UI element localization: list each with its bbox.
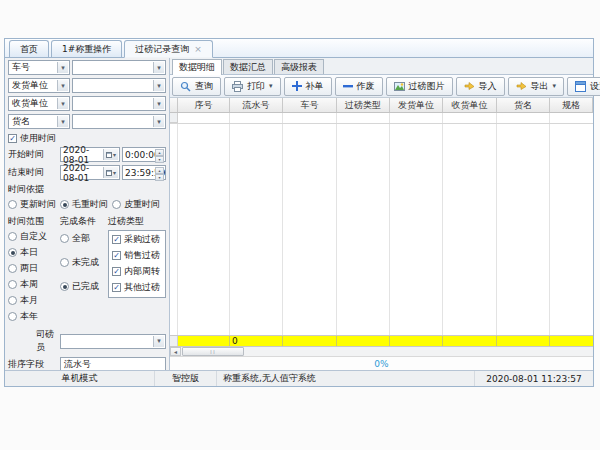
sender-value-combo[interactable]: [72, 78, 166, 93]
col-车号[interactable]: 车号: [283, 98, 337, 112]
weigh-type-box: 采购过磅 销售过磅 内部周转 其他过磅: [108, 230, 166, 298]
finish-condition-title: 完成条件: [60, 215, 108, 228]
radio-custom[interactable]: 自定义: [8, 230, 60, 243]
sort-field-input[interactable]: 流水号: [60, 357, 166, 370]
checkbox-internal-transfer[interactable]: 内部周转: [112, 265, 162, 278]
start-date-value: 2020-08-01: [63, 145, 101, 165]
radio-unfinished[interactable]: 未完成: [60, 256, 108, 269]
chevron-down-icon: ▾: [553, 82, 557, 90]
end-date-picker[interactable]: 2020-08-01 ▾: [60, 165, 120, 180]
operator-label: 司磅员: [8, 328, 58, 354]
subtab-data-summary[interactable]: 数据汇总: [223, 59, 273, 74]
weigh-photo-button[interactable]: 过磅图片: [386, 77, 453, 96]
radio-all[interactable]: 全部: [60, 232, 108, 245]
checkbox-icon: [112, 235, 121, 244]
sort-field-label: 排序字段: [8, 358, 60, 370]
status-system-name: 称重系统,无人值守系统: [217, 371, 475, 386]
col-规格[interactable]: 规格: [550, 98, 593, 112]
subtab-advanced-report[interactable]: 高级报表: [274, 59, 324, 74]
radio-today[interactable]: 本日: [8, 246, 60, 259]
settings-icon: [575, 81, 586, 92]
field-selector-receiver[interactable]: 收货单位: [8, 96, 70, 111]
tab-home[interactable]: 首页: [9, 40, 49, 57]
start-date-picker[interactable]: 2020-08-01 ▾: [60, 147, 120, 162]
use-time-checkbox[interactable]: [8, 134, 17, 143]
scroll-left-icon[interactable]: ◂: [170, 347, 181, 356]
data-panel: 数据明细 数据汇总 高级报表 查询 打印 ▾ 补单: [170, 58, 593, 370]
calendar-icon[interactable]: ▾: [103, 149, 118, 160]
checkbox-purchase-weigh[interactable]: 采购过磅: [112, 233, 162, 246]
table-header: 序号 流水号 车号 过磅类型 发货单位 收货单位 货名 规格: [170, 98, 593, 113]
data-subtab-bar: 数据明细 数据汇总 高级报表: [170, 58, 593, 75]
field-selector-carno[interactable]: 车号: [8, 60, 70, 75]
col-货名[interactable]: 货名: [497, 98, 550, 112]
import-button[interactable]: 导入: [456, 77, 505, 96]
col-过磅类型[interactable]: 过磅类型: [337, 98, 390, 112]
end-time-spinner[interactable]: 23:59:59 ▴▾: [122, 165, 166, 180]
import-icon: [464, 81, 475, 92]
spinner-arrows-icon[interactable]: ▴▾: [155, 167, 164, 178]
supplement-order-button[interactable]: 补单: [284, 77, 332, 96]
receiver-value-combo[interactable]: [72, 96, 166, 111]
goods-value-combo[interactable]: [72, 114, 166, 129]
radio-finished[interactable]: 已完成: [60, 280, 108, 293]
progress-bar: 0%: [170, 357, 593, 370]
void-button[interactable]: 作废: [335, 77, 383, 96]
radio-tare-time[interactable]: 皮重时间: [112, 198, 160, 211]
row-indicator-cell: [170, 113, 178, 123]
toolbar: 查询 打印 ▾ 补单 作废 过磅图片: [170, 75, 593, 98]
radio-this-month[interactable]: 本月: [8, 294, 60, 307]
spinner-arrows-icon[interactable]: ▴▾: [155, 149, 164, 160]
checkbox-sale-weigh[interactable]: 销售过磅: [112, 249, 162, 262]
settings-button[interactable]: 设置: [567, 77, 600, 96]
print-button[interactable]: 打印 ▾: [224, 77, 281, 96]
col-序号[interactable]: 序号: [178, 98, 230, 112]
checkbox-icon: [112, 283, 121, 292]
radio-this-year[interactable]: 本年: [8, 310, 60, 323]
radio-two-days[interactable]: 两日: [8, 262, 60, 275]
export-button[interactable]: 导出 ▾: [508, 77, 565, 96]
filter-panel: 车号 发货单位 收货单位 货名 使用时间 开始时间 2020-08-01 ▾ 0…: [5, 58, 170, 370]
operator-combo[interactable]: [60, 334, 166, 349]
status-edition: 智控版: [155, 371, 217, 386]
col-收货单位[interactable]: 收货单位: [443, 98, 497, 112]
subtab-data-detail[interactable]: 数据明细: [172, 59, 222, 75]
status-datetime: 2020-08-01 11:23:57: [475, 371, 593, 386]
radio-update-time[interactable]: 更新时间: [8, 198, 56, 211]
status-bar: 单机模式 智控版 称重系统,无人值守系统 2020-08-01 11:23:57: [5, 370, 593, 386]
field-selector-goods[interactable]: 货名: [8, 114, 70, 129]
table-body[interactable]: [170, 113, 593, 335]
calendar-icon[interactable]: ▾: [103, 167, 118, 178]
picture-icon: [394, 81, 405, 92]
search-icon: [180, 81, 191, 92]
radio-this-week[interactable]: 本周: [8, 278, 60, 291]
use-time-label: 使用时间: [20, 132, 56, 145]
weigh-type-group: 过磅类型 采购过磅 销售过磅 内部周转 其他过磅: [108, 213, 166, 326]
main-tab-bar: 首页 1#称重操作 过磅记录查询 ×: [5, 39, 593, 58]
close-icon[interactable]: ×: [194, 42, 202, 57]
summary-count: 0: [230, 336, 283, 346]
col-流水号[interactable]: 流水号: [230, 98, 283, 112]
finish-condition-group: 完成条件 全部 未完成 已完成: [60, 213, 108, 326]
scrollbar-thumb[interactable]: ⁞⁞: [182, 347, 244, 356]
col-发货单位[interactable]: 发货单位: [390, 98, 443, 112]
tab-label: 首页: [20, 42, 38, 57]
radio-icon: [112, 200, 121, 209]
time-basis-title: 时间依据: [8, 183, 166, 196]
query-button[interactable]: 查询: [172, 77, 221, 96]
horizontal-scrollbar[interactable]: ◂ ⁞⁞: [170, 347, 593, 357]
carno-value-combo[interactable]: [72, 60, 166, 75]
chevron-down-icon: ▾: [269, 82, 273, 90]
checkbox-other-weigh[interactable]: 其他过磅: [112, 281, 162, 294]
field-selector-sender[interactable]: 发货单位: [8, 78, 70, 93]
start-time-spinner[interactable]: 0:00:00 ▴▾: [122, 147, 166, 162]
app-window: 首页 1#称重操作 过磅记录查询 × 车号 发货单位 收货单位 货名 使用时间 …: [4, 38, 594, 387]
plus-icon: [292, 81, 302, 91]
time-range-title: 时间范围: [8, 215, 60, 228]
progress-percent: 0%: [374, 359, 388, 369]
tab-weighing-operation[interactable]: 1#称重操作: [51, 40, 122, 57]
tab-label: 1#称重操作: [62, 42, 111, 57]
tab-label: 过磅记录查询: [135, 42, 189, 57]
radio-gross-time[interactable]: 毛重时间: [60, 198, 108, 211]
tab-weigh-record-query[interactable]: 过磅记录查询 ×: [124, 40, 213, 58]
